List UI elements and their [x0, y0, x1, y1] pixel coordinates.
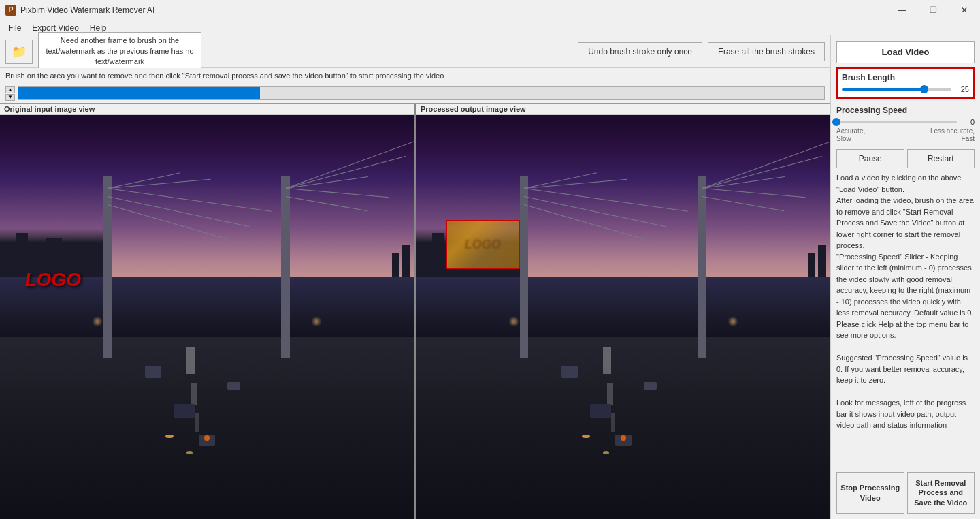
car-2	[227, 382, 240, 390]
folder-icon: 📁	[12, 44, 27, 59]
menu-file[interactable]: File	[3, 22, 27, 34]
tower-right	[281, 176, 289, 358]
car-right-2	[644, 382, 656, 390]
brush-length-value: 25	[956, 85, 969, 93]
brush-length-slider-container: 25	[842, 85, 969, 93]
processing-speed-label: Processing Speed	[836, 106, 975, 115]
tower-right-panel-left	[520, 176, 528, 358]
minimize-button[interactable]: —	[886, 0, 917, 20]
headlights-right-2	[603, 451, 609, 454]
speed-right-label: Less accurate,Fast	[930, 127, 975, 142]
help-text: Load a video by clicking on the above "L…	[836, 172, 975, 468]
buildings-right	[331, 236, 414, 277]
app-icon: P	[5, 5, 16, 16]
logo-removed-area: LOGO	[446, 220, 520, 268]
car-right-1	[561, 366, 578, 378]
processing-speed-slider-container: 0	[836, 118, 975, 126]
speed-left-label: Accurate,Slow	[836, 127, 865, 142]
logo-watermark: LOGO	[24, 269, 80, 291]
progress-bar-fill	[18, 87, 260, 99]
right-view-label: Processed output image view	[416, 104, 830, 115]
progress-bar[interactable]	[18, 86, 825, 100]
car-3	[174, 404, 194, 418]
erase-button[interactable]: Erase all the brush strokes	[708, 42, 825, 61]
car-right-3	[590, 404, 610, 418]
processed-image: LOGO	[416, 115, 830, 519]
stop-processing-button[interactable]: Stop Processing Video	[836, 472, 904, 514]
brush-length-section: Brush Length 25	[836, 67, 975, 99]
progress-down-arrow[interactable]: ▼	[5, 94, 15, 101]
right-sidebar: Load Video Brush Length 25 Processing Sp…	[830, 35, 980, 519]
car-1	[145, 366, 161, 378]
road-left	[0, 337, 414, 519]
processing-speed-section: Processing Speed 0 Accurate,Slow Less ac…	[836, 103, 975, 145]
restart-button[interactable]: Restart	[907, 149, 975, 168]
tower-right-panel-right	[698, 176, 706, 358]
pause-restart-buttons: Pause Restart	[836, 149, 975, 168]
brush-info-box: Need another frame to brush on the text/…	[38, 32, 201, 70]
original-image: LOGO	[0, 115, 414, 519]
image-views: Original input image view	[0, 103, 830, 519]
tower-left	[103, 176, 112, 358]
car-right-4	[615, 435, 632, 447]
window-controls: — ❐ ✕	[886, 0, 980, 20]
left-view-label: Original input image view	[0, 104, 414, 115]
brush-length-label: Brush Length	[842, 73, 969, 82]
maximize-button[interactable]: ❐	[917, 0, 949, 20]
progress-controls: ▲ ▼	[5, 86, 15, 101]
content-area: 📁 Need another frame to brush on the tex…	[0, 35, 830, 519]
bottom-buttons: Stop Processing Video Start Removal Proc…	[836, 472, 975, 514]
progress-up-arrow[interactable]: ▲	[5, 86, 15, 93]
open-folder-button[interactable]: 📁	[5, 40, 33, 64]
speed-labels: Accurate,Slow Less accurate,Fast	[836, 127, 975, 142]
progress-area: ▲ ▼	[0, 84, 830, 103]
right-view-content[interactable]: LOGO	[416, 115, 830, 519]
light-2	[310, 317, 323, 326]
processing-speed-track[interactable]	[836, 121, 957, 123]
main-layout: 📁 Need another frame to brush on the tex…	[0, 35, 980, 519]
brush-length-fill	[842, 88, 924, 91]
road-right	[416, 337, 830, 519]
title-bar: P Pixbim Video Watermark Remover AI — ❐ …	[0, 0, 980, 20]
load-video-button[interactable]: Load Video	[836, 41, 975, 63]
buildings-right-right	[747, 236, 830, 277]
right-view-panel: Processed output image view	[416, 104, 830, 519]
left-view-panel: Original input image view	[0, 104, 414, 519]
left-view-content[interactable]: LOGO	[0, 115, 414, 519]
close-button[interactable]: ✕	[949, 0, 980, 20]
toolbar: 📁 Need another frame to brush on the tex…	[0, 35, 830, 68]
processing-speed-thumb[interactable]	[832, 118, 840, 126]
app-title: Pixbim Video Watermark Remover AI	[20, 5, 154, 15]
brush-length-thumb[interactable]	[920, 85, 928, 93]
instruction-bar: Brush on the area you want to remove and…	[0, 68, 830, 84]
brush-length-track[interactable]	[842, 88, 951, 91]
headlights-2	[186, 451, 193, 454]
start-removal-button[interactable]: Start Removal Process and Save the Video	[907, 472, 975, 514]
processing-speed-value: 0	[961, 118, 975, 126]
logo-removed-text: LOGO	[465, 238, 501, 252]
undo-button[interactable]: Undo brush stroke only once	[578, 42, 702, 61]
light-1	[91, 317, 103, 326]
car-4	[199, 435, 215, 447]
pause-button[interactable]: Pause	[836, 149, 904, 168]
